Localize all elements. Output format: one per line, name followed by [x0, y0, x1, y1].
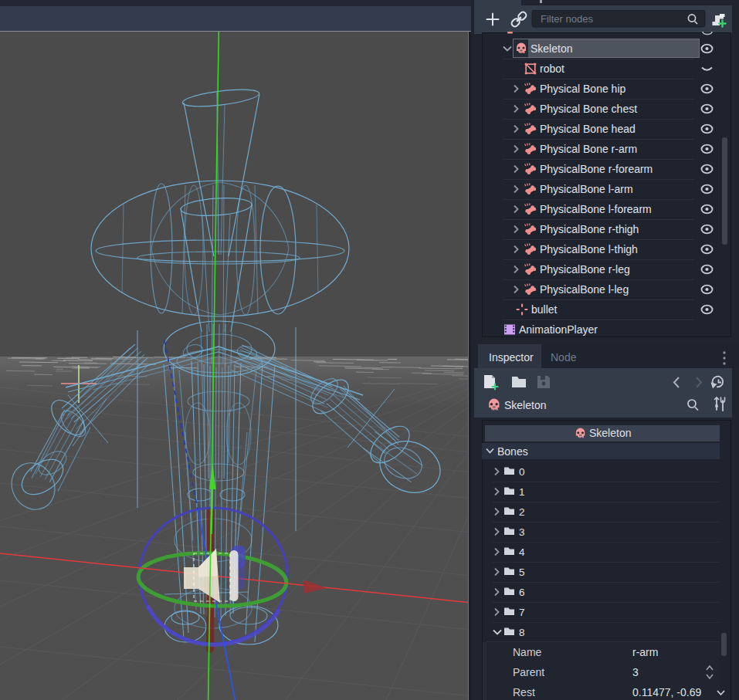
svg-text:3: 3 — [632, 666, 639, 678]
svg-text:3: 3 — [519, 526, 525, 538]
svg-text:Skeleton: Skeleton — [589, 427, 631, 439]
svg-text:0: 0 — [519, 466, 525, 478]
svg-text:5: 5 — [519, 566, 525, 578]
svg-text:Rest: Rest — [513, 686, 535, 698]
svg-text:6: 6 — [519, 587, 525, 598]
svg-text:Name: Name — [513, 646, 542, 658]
svg-text:Parent: Parent — [513, 666, 544, 678]
svg-text:4: 4 — [519, 546, 525, 558]
svg-text:7: 7 — [519, 607, 525, 618]
svg-text:Bones: Bones — [497, 445, 528, 458]
svg-text:2: 2 — [519, 506, 525, 518]
svg-text:1: 1 — [519, 486, 525, 498]
svg-text:8: 8 — [519, 627, 525, 638]
svg-text:r-arm: r-arm — [632, 646, 658, 658]
svg-text:0.11477, -0.69: 0.11477, -0.69 — [632, 686, 701, 698]
